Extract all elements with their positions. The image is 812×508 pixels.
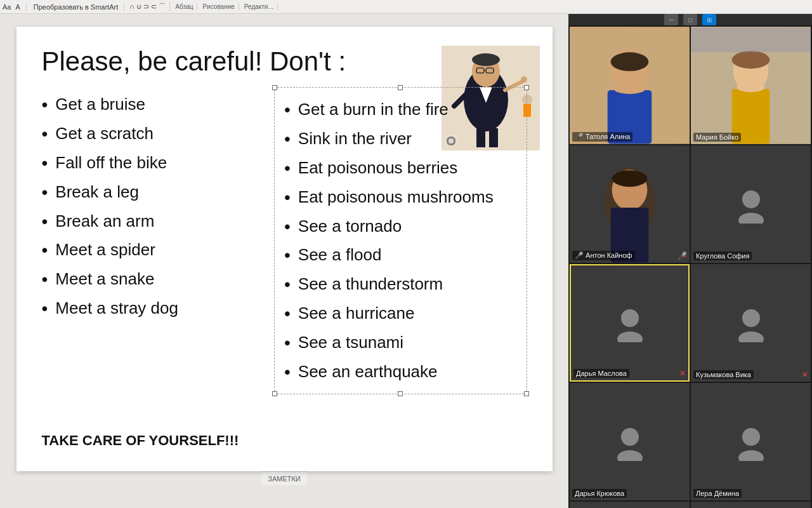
toolbar: Aa A Преобразовать в SmartArt ∩ ∪ ⊃ ⊂ ⌒ … xyxy=(0,0,812,14)
video-cell-kuzmakova: Кузьмакова Вика ✕ xyxy=(691,264,811,382)
svg-point-41 xyxy=(742,428,760,446)
list-item: •Get a scratch xyxy=(42,119,275,149)
bullet: • xyxy=(284,216,291,237)
svg-point-26 xyxy=(737,83,765,92)
selection-handle-bl[interactable] xyxy=(272,391,277,396)
list-item: •Eat poisonous berries xyxy=(284,154,517,183)
right-list-container: •Get a burn in the fire •Sink in the riv… xyxy=(274,87,527,394)
bullet: • xyxy=(284,274,291,295)
list-item-text: Get a burn in the fire xyxy=(298,99,449,121)
mic-muted-icon-6: ✕ xyxy=(802,370,808,379)
list-item-text: Break an arm xyxy=(55,211,154,232)
svg-point-38 xyxy=(738,331,764,342)
list-item-text: See a tsunami xyxy=(298,332,403,354)
list-item-text: Meet a stray dog xyxy=(55,298,178,319)
list-item-text: See a flood xyxy=(298,244,382,266)
list-item: •Meet a snake xyxy=(42,265,275,294)
zoom-grid-button[interactable]: ⊞ xyxy=(702,14,716,25)
mic-muted-icon-3: 🎤̶ xyxy=(678,251,687,260)
selection-handle-bm[interactable] xyxy=(398,391,403,396)
video-cell-anton: 🎤 Антон Кайноф 🎤̶ xyxy=(570,145,690,263)
list-item: •Fall off the bike xyxy=(42,149,275,178)
bullet: • xyxy=(284,187,291,208)
main-layout: Please, be careful! Don't : xyxy=(0,14,812,508)
list-item-text: Fall off the bike xyxy=(55,152,167,174)
participant-name-6: Кузьмакова Вика xyxy=(693,370,754,379)
selection-handle-tm[interactable] xyxy=(398,85,403,90)
participant-video-2 xyxy=(691,27,811,144)
zoom-panel: ─ □ ⊞ 🎤 Татоля Алина xyxy=(568,14,812,508)
list-item: •See a thunderstorm xyxy=(284,270,517,299)
list-item: •Get a bruise xyxy=(42,90,275,119)
selection-handle-tl[interactable] xyxy=(272,85,277,90)
svg-point-39 xyxy=(621,428,639,446)
status-bar: ЗАМЕТКИ xyxy=(261,471,307,485)
avatar-icon-6 xyxy=(732,304,770,342)
list-item-text: Get a bruise xyxy=(55,94,145,116)
smartart-button[interactable]: Преобразовать в SmartArt xyxy=(32,3,120,11)
slide-area: Please, be careful! Don't : xyxy=(0,14,568,508)
svg-point-31 xyxy=(612,170,648,187)
zoom-restore-button[interactable]: □ xyxy=(683,14,697,25)
bullet: • xyxy=(42,152,48,174)
drawing-label: Рисование xyxy=(202,3,234,10)
participant-avatar-7 xyxy=(570,383,690,500)
bullet: • xyxy=(42,123,48,145)
zoom-minimize-button[interactable]: ─ xyxy=(664,14,678,25)
list-item: •Get a burn in the fire xyxy=(284,95,517,124)
redakt-label: Редакти... xyxy=(244,3,273,10)
bullet: • xyxy=(284,361,291,383)
bullet: • xyxy=(284,303,291,324)
list-item: •Sink in the river xyxy=(284,124,517,154)
list-item: •See a flood xyxy=(284,241,517,270)
list-item: •Eat poisonous mushrooms xyxy=(284,183,517,212)
bullet: • xyxy=(42,269,48,290)
svg-point-9 xyxy=(521,76,527,83)
bullet: • xyxy=(284,332,291,354)
svg-point-19 xyxy=(611,52,649,71)
toolbar-smartart-section: Преобразовать в SmartArt xyxy=(32,3,124,11)
participant-avatar-6 xyxy=(691,264,811,382)
video-cell-dasha: Дарья Маслова ✕ xyxy=(570,264,690,382)
zoom-titlebar: ─ □ ⊞ xyxy=(568,14,812,25)
slide: Please, be careful! Don't : xyxy=(16,27,553,471)
bullet: • xyxy=(42,94,48,116)
toolbar-drawing: Рисование xyxy=(202,3,239,10)
bullet: • xyxy=(284,244,291,266)
svg-point-42 xyxy=(738,450,764,461)
list-item: •See an earthquake xyxy=(284,358,517,387)
list-item-text: See an earthquake xyxy=(298,361,438,383)
bullet: • xyxy=(284,128,291,150)
svg-point-34 xyxy=(738,213,764,224)
bullet: • xyxy=(42,211,48,232)
svg-point-36 xyxy=(617,331,643,342)
avatar-icon-5 xyxy=(611,304,649,342)
participant-name-1: 🎤 Татоля Алина xyxy=(572,132,632,142)
list-item: •Break an arm xyxy=(42,207,275,236)
participant-avatar-8 xyxy=(691,383,811,500)
list-item-text: See a tornado xyxy=(298,216,402,237)
abzac-label: Абзац xyxy=(175,3,193,10)
participant-avatar-10 xyxy=(691,502,811,508)
selection-handle-tr[interactable] xyxy=(524,85,529,90)
font-size-label: Aa xyxy=(3,3,11,11)
bullet: • xyxy=(42,182,48,203)
video-cell-elena: Выключить звук ··· Елена xyxy=(570,502,690,508)
right-bullet-list: •Get a burn in the fire •Sink in the riv… xyxy=(284,95,517,386)
video-cell-kruglova: Круглова София xyxy=(691,145,811,263)
participant-avatar-5 xyxy=(571,265,688,380)
avatar-icon-4 xyxy=(732,185,770,224)
svg-point-33 xyxy=(742,190,760,208)
font-color-button[interactable]: A xyxy=(13,3,22,11)
toolbar-shapes-section: ∩ ∪ ⊃ ⊂ ⌒ xyxy=(129,2,170,11)
selection-handle-br[interactable] xyxy=(524,391,529,396)
participant-name-8: Лера Дёмина xyxy=(693,489,742,498)
participant-video-3 xyxy=(570,145,690,263)
participant-avatar-9 xyxy=(570,502,690,508)
status-label: ЗАМЕТКИ xyxy=(268,475,301,483)
left-bullet-list: •Get a bruise •Get a scratch •Fall off t… xyxy=(42,90,275,323)
svg-rect-27 xyxy=(691,27,811,52)
bullet: • xyxy=(42,239,48,261)
toolbar-abzac: Абзац xyxy=(175,3,197,10)
video-grid: 🎤 Татоля Алина Мария Бойко xyxy=(568,25,812,508)
